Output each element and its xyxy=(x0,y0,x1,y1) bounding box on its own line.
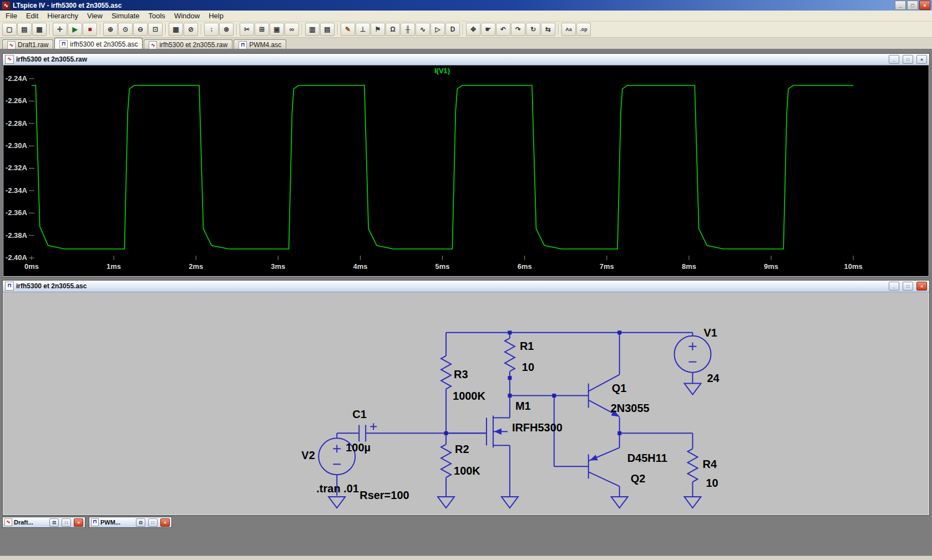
trace-label[interactable]: I(V1) xyxy=(434,67,450,75)
label-V2-name[interactable]: V2 xyxy=(301,449,315,461)
find-button[interactable]: ∞ xyxy=(285,23,299,36)
add-text-button[interactable]: Aa xyxy=(561,23,576,36)
label-R2-name[interactable]: R2 xyxy=(455,443,469,455)
drag-button[interactable]: ☛ xyxy=(481,23,495,36)
cut-button[interactable]: ✂ xyxy=(240,23,254,36)
menu-help[interactable]: Help xyxy=(204,11,228,21)
schematic-maximize-button[interactable]: □ xyxy=(903,282,913,291)
schematic-close-button[interactable]: × xyxy=(916,282,927,291)
label-Q2-value[interactable]: D45H11 xyxy=(627,452,667,464)
waveform-maximize-button[interactable]: □ xyxy=(903,55,913,64)
place-diode-button[interactable]: ▷ xyxy=(430,23,445,36)
mark-unconnected-nodes-button[interactable]: ⊘ xyxy=(184,23,198,36)
ground-symbol[interactable] xyxy=(685,384,701,395)
maximize-button[interactable]: □ xyxy=(907,1,918,10)
undo-button[interactable]: ↶ xyxy=(496,23,510,36)
zoom-in-button[interactable]: ⊕ xyxy=(103,23,118,36)
resistor-R2[interactable] xyxy=(441,444,451,477)
waveform-plot-area[interactable]: -2.24A-2.26A-2.28A-2.30A-2.32A-2.34A-2.3… xyxy=(3,65,929,276)
label-R3-value[interactable]: 1000K xyxy=(453,390,485,402)
y-axis[interactable]: -2.24A-2.26A-2.28A-2.30A-2.32A-2.34A-2.3… xyxy=(6,74,34,262)
ground-symbol[interactable] xyxy=(611,497,628,508)
label-tran-directive[interactable]: .tran .01 xyxy=(316,482,359,495)
schematic-drawing[interactable]: R1 10 R3 1000K R2 100K C1 100µ V2 M1 IRF… xyxy=(3,292,929,515)
draw-wire-button[interactable]: ✎ xyxy=(341,23,355,36)
ground-symbol[interactable] xyxy=(502,497,518,508)
resistor-R3[interactable] xyxy=(441,356,451,389)
label-R1-name[interactable]: R1 xyxy=(520,340,534,352)
tab-irfh5300-et-2n3055-asc[interactable]: ⊓irfh5300 et 2n3055.asc xyxy=(54,38,143,50)
move-button[interactable]: ✥ xyxy=(466,23,480,36)
mirror-button[interactable]: ⇆ xyxy=(541,23,555,36)
restore-button[interactable]: ⊡ xyxy=(49,518,59,527)
label-M1-name[interactable]: M1 xyxy=(515,400,531,412)
zoom-full-extents-button[interactable]: ⊡ xyxy=(148,23,163,36)
menu-hierarchy[interactable]: Hierarchy xyxy=(43,11,83,21)
maximize-button[interactable]: □ xyxy=(62,518,71,527)
label-Q1-name[interactable]: Q1 xyxy=(612,382,627,394)
copy-button[interactable]: ⊞ xyxy=(255,23,269,36)
label-rser[interactable]: Rser=100 xyxy=(359,489,409,501)
minimize-button[interactable]: _ xyxy=(895,1,906,10)
place-ground-button[interactable]: ⊥ xyxy=(356,23,370,36)
label-R4-value[interactable]: 10 xyxy=(706,477,718,489)
voltage-source-V1[interactable] xyxy=(675,336,711,373)
halt-simulation-button[interactable]: ■ xyxy=(83,23,97,36)
paste-button[interactable]: ▣ xyxy=(270,23,284,36)
label-net-button[interactable]: ⚑ xyxy=(371,23,385,36)
minimized-window-pwm-[interactable]: ⊓PWM...⊡□× xyxy=(89,517,172,528)
new-schematic-button[interactable]: ▢ xyxy=(2,23,17,36)
save-button[interactable]: ▦ xyxy=(32,23,47,36)
label-R1-value[interactable]: 10 xyxy=(522,361,534,373)
place-component-button[interactable]: D xyxy=(445,23,460,36)
label-Q2-name[interactable]: Q2 xyxy=(631,472,646,485)
label-R2-value[interactable]: 100K xyxy=(454,465,480,477)
show-grid-button[interactable]: ▦ xyxy=(169,23,183,36)
print-preview-button[interactable]: ▥ xyxy=(305,23,320,36)
ground-symbol[interactable] xyxy=(685,497,701,508)
transistor-Q2[interactable] xyxy=(589,447,620,486)
capacitor-C1[interactable] xyxy=(359,423,377,441)
close-button[interactable]: × xyxy=(74,518,83,527)
zoom-back-button[interactable]: ⊙ xyxy=(118,23,133,36)
place-capacitor-button[interactable]: ╫ xyxy=(401,23,415,36)
redo-button[interactable]: ↷ xyxy=(511,23,525,36)
label-M1-value[interactable]: IRFH5300 xyxy=(512,421,563,434)
ground-symbol[interactable] xyxy=(328,497,345,508)
resistor-R1[interactable] xyxy=(505,338,515,371)
plot-settings-button[interactable]: ⊛ xyxy=(219,23,234,36)
print-button[interactable]: ▤ xyxy=(320,23,335,36)
close-button[interactable]: × xyxy=(160,518,170,527)
waveform-minimize-button[interactable]: _ xyxy=(889,55,899,64)
x-axis[interactable]: 0ms1ms2ms3ms4ms5ms6ms7ms8ms9ms10ms xyxy=(24,256,863,271)
menu-tools[interactable]: Tools xyxy=(144,11,170,21)
label-V1-value[interactable]: 24 xyxy=(707,372,719,384)
open-file-button[interactable]: ▤ xyxy=(17,23,32,36)
schematic-minimize-button[interactable]: _ xyxy=(889,282,899,291)
restore-button[interactable]: ⊡ xyxy=(136,518,145,527)
maximize-button[interactable]: □ xyxy=(148,518,158,527)
menu-file[interactable]: File xyxy=(1,11,22,21)
label-R4-name[interactable]: R4 xyxy=(702,458,717,470)
label-R3-name[interactable]: R3 xyxy=(454,368,468,380)
close-button[interactable]: × xyxy=(919,1,930,10)
rotate-button[interactable]: ↻ xyxy=(526,23,540,36)
waveform-close-button[interactable]: × xyxy=(916,55,927,64)
waveform-chart[interactable]: -2.24A-2.26A-2.28A-2.30A-2.32A-2.34A-2.3… xyxy=(3,65,929,276)
menu-window[interactable]: Window xyxy=(170,11,204,21)
place-inductor-button[interactable]: ∿ xyxy=(416,23,430,36)
minimized-window-draft-[interactable]: ∿Draft...⊡□× xyxy=(2,517,85,528)
ground-symbol[interactable] xyxy=(438,497,454,508)
zoom-out-button[interactable]: ⊖ xyxy=(133,23,148,36)
control-panel-button[interactable]: ✛ xyxy=(53,23,67,36)
menu-simulate[interactable]: Simulate xyxy=(107,11,144,21)
run-simulation-button[interactable]: ▶ xyxy=(68,23,82,36)
spice-directive-button[interactable]: .op xyxy=(576,23,591,36)
place-resistor-button[interactable]: Ω xyxy=(386,23,400,36)
label-C1-value[interactable]: 100µ xyxy=(346,441,371,454)
autorange-y-axis-button[interactable]: ↕ xyxy=(204,23,219,36)
resistor-R4[interactable] xyxy=(688,449,698,482)
label-Q1-value[interactable]: 2N3055 xyxy=(611,402,650,414)
label-V1-name[interactable]: V1 xyxy=(703,327,717,339)
schematic-canvas[interactable]: R1 10 R3 1000K R2 100K C1 100µ V2 M1 IRF… xyxy=(3,292,929,515)
